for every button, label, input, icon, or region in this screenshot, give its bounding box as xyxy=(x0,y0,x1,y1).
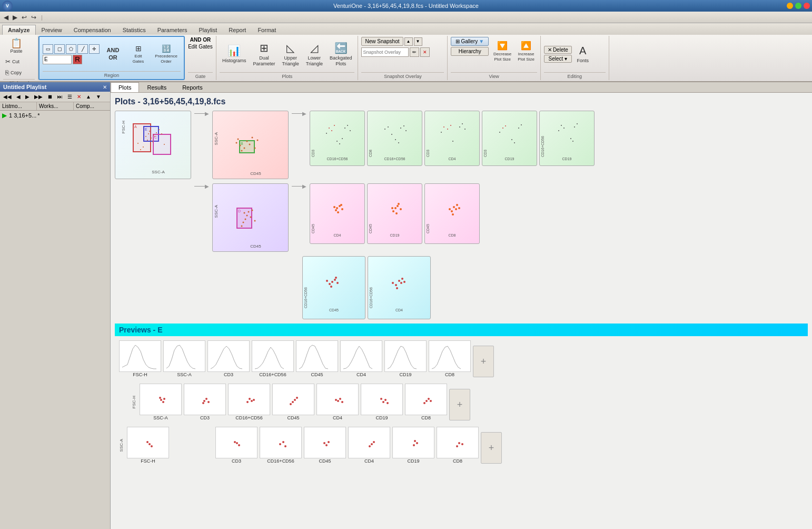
prev-scatter3-cd16[interactable]: CD16+CD56 xyxy=(260,427,302,464)
snapshot-arrow-down[interactable]: ▼ xyxy=(414,37,422,46)
playlist-item[interactable]: ▶ 1 3,16+5... * xyxy=(0,111,110,120)
sidebar-close[interactable]: ✕ xyxy=(103,84,107,90)
prev-scatter-cd8[interactable]: CD8 xyxy=(405,384,447,420)
copy-button[interactable]: ⎘ Copy xyxy=(3,67,35,78)
tab-analyze-active[interactable]: Analyze xyxy=(2,25,36,35)
prev-scatter-ssca[interactable]: SSC-A xyxy=(140,384,182,420)
region-color-btn[interactable]: R xyxy=(73,55,82,64)
tab-format[interactable]: Format xyxy=(252,25,282,35)
snapshot-overlay-input[interactable] xyxy=(361,47,409,57)
rect-region-btn[interactable]: ▭ xyxy=(43,44,53,54)
B-plot-4[interactable]: CD3 xyxy=(482,111,537,166)
hierarchy-button[interactable]: Hierarchy xyxy=(451,47,489,56)
D-plot-2[interactable]: CD45 CD19 xyxy=(367,183,422,244)
B-plot-5[interactable]: CD16+CD56 xyxy=(539,111,595,166)
plus-btn[interactable]: ✛ xyxy=(89,44,100,54)
D-plot-1[interactable]: CD45 CD4 xyxy=(310,183,365,244)
prev-scatter3-cd8[interactable]: CD8 xyxy=(437,427,479,464)
region-input[interactable] xyxy=(43,55,72,64)
playlist-first[interactable]: ◀◀ xyxy=(1,93,14,101)
tab-report[interactable]: Report xyxy=(223,25,252,35)
add-plot-btn-1[interactable]: + xyxy=(473,346,494,377)
qat-back[interactable]: ◀ xyxy=(2,13,10,22)
prev-hist-cd4[interactable]: CD4 xyxy=(340,340,382,377)
plots-area[interactable]: Plots - 3,16+56,45,4,19,8.fcs FSC-H A xyxy=(111,93,812,529)
decrease-plot-size-button[interactable]: 🔽 DecreasePlot Size xyxy=(491,37,514,66)
playlist-up[interactable]: ▲ xyxy=(84,93,93,101)
prev-scatter3-fsch[interactable]: FSC-H xyxy=(127,427,169,464)
backgated-button[interactable]: 🔙 BackgatedPlots xyxy=(327,38,355,70)
prev-scatter3-cd19[interactable]: CD19 xyxy=(392,427,434,464)
prev-scatter3-cd4[interactable]: CD4 xyxy=(348,427,390,464)
prev-scatter-cd16[interactable]: CD16+CD56 xyxy=(228,384,270,420)
playlist-next[interactable]: ▶▶ xyxy=(32,93,45,101)
playlist-play[interactable]: ▶ xyxy=(23,93,32,101)
new-snapshot-button[interactable]: New Snapshot xyxy=(361,37,403,46)
tab-playlist[interactable]: Playlist xyxy=(193,25,223,35)
snapshot-overlay-clear[interactable]: ✕ xyxy=(420,47,430,57)
tab-results[interactable]: Results xyxy=(139,82,174,92)
B-plot-3[interactable]: CD3 xyxy=(424,111,480,166)
prev-hist-cd3[interactable]: CD3 xyxy=(207,340,250,377)
edit-gates-button[interactable]: ⊞ EditGates xyxy=(126,40,150,68)
prev-scatter3-cd3[interactable]: CD3 xyxy=(215,427,258,464)
prev-hist-cd16[interactable]: CD16+CD56 xyxy=(252,340,294,377)
maximize-btn[interactable] xyxy=(795,3,801,9)
window-controls[interactable] xyxy=(787,3,810,9)
playlist-end[interactable]: ⏭ xyxy=(55,93,65,101)
poly-btn[interactable]: ⬠ xyxy=(66,44,76,54)
playlist-down[interactable]: ▼ xyxy=(94,93,103,101)
E-plot-2[interactable]: CD16+CD56 CD4 xyxy=(368,256,431,319)
fonts-button[interactable]: A Fonts xyxy=(573,40,592,68)
col-listmode[interactable]: Listmo... xyxy=(0,102,37,110)
playlist-delete[interactable]: ✕ xyxy=(75,93,83,101)
playlist-prev[interactable]: ◀ xyxy=(14,93,23,101)
prev-hist-cd8[interactable]: CD8 xyxy=(429,340,471,377)
col-workspace[interactable]: Works... xyxy=(37,102,74,110)
histograms-button[interactable]: 📊 Histograms xyxy=(220,38,249,70)
qat-forward[interactable]: ▶ xyxy=(11,13,19,22)
B-plot-1[interactable]: CD3 xyxy=(310,111,365,166)
prev-hist-cd19[interactable]: CD19 xyxy=(384,340,427,377)
tab-preview[interactable]: Preview xyxy=(36,25,68,35)
precedence-order-button[interactable]: 🔢 PrecedenceOrder xyxy=(152,40,181,68)
D-plot-3[interactable]: CD45 CD8 xyxy=(424,183,480,244)
minimize-btn[interactable] xyxy=(787,3,793,9)
prev-scatter-cd3[interactable]: CD3 xyxy=(184,384,226,420)
E-plot-1[interactable]: CD16+CD56 CD45 xyxy=(302,256,365,319)
line-btn[interactable]: ╱ xyxy=(77,44,88,54)
and-or-button[interactable]: ANDOR xyxy=(101,40,125,68)
qat-undo[interactable]: ↩ xyxy=(20,13,28,22)
qat-redo[interactable]: ↪ xyxy=(29,13,38,22)
tab-reports[interactable]: Reports xyxy=(174,82,211,92)
add-plot-btn-3[interactable]: + xyxy=(481,432,502,464)
gate-A-plot[interactable]: B CD45 xyxy=(212,111,289,179)
col-comp[interactable]: Comp... xyxy=(74,102,110,110)
prev-hist-ssca[interactable]: SSC-A xyxy=(163,340,205,377)
paste-button[interactable]: 📋 Paste xyxy=(3,37,29,56)
upper-triangle-button[interactable]: ◺ UpperTriangle xyxy=(280,38,302,70)
add-plot-btn-2[interactable]: + xyxy=(449,389,470,420)
ungated-plot[interactable]: FSC-H A E C xyxy=(115,111,191,179)
tab-parameters[interactable]: Parameters xyxy=(152,25,193,35)
playlist-menu[interactable]: ☰ xyxy=(65,93,74,101)
gallery-button[interactable]: ⊞ Gallery ▼ xyxy=(451,37,489,46)
cut-button[interactable]: ✂ Cut xyxy=(3,56,35,67)
snapshot-overlay-edit[interactable]: ✏ xyxy=(410,47,419,57)
prev-hist-cd45[interactable]: CD45 xyxy=(296,340,338,377)
prev-scatter-cd4[interactable]: CD4 xyxy=(316,384,359,420)
lower-triangle-button[interactable]: ◿ LowerTriangle xyxy=(303,38,325,70)
tab-statistics[interactable]: Statistics xyxy=(117,25,152,35)
B-plot-2[interactable]: CD8 xyxy=(367,111,422,166)
dual-parameter-button[interactable]: ⊞ DualParameter xyxy=(251,38,278,70)
select-button[interactable]: Select ▾ xyxy=(544,55,572,63)
rounded-rect-btn[interactable]: ▢ xyxy=(54,44,65,54)
tab-plots[interactable]: Plots xyxy=(111,82,139,92)
increase-plot-size-button[interactable]: 🔼 IncreasePlot Size xyxy=(515,37,537,66)
prev-hist-fsch[interactable]: FSC-H xyxy=(119,340,161,377)
prev-scatter3-cd45[interactable]: CD45 xyxy=(304,427,346,464)
delete-button[interactable]: ✕ Delete xyxy=(544,46,572,54)
snapshot-arrow-up[interactable]: ▲ xyxy=(404,37,413,46)
gate-C-plot[interactable]: D CD45 SSC-A xyxy=(212,183,289,252)
close-btn[interactable] xyxy=(804,3,810,9)
